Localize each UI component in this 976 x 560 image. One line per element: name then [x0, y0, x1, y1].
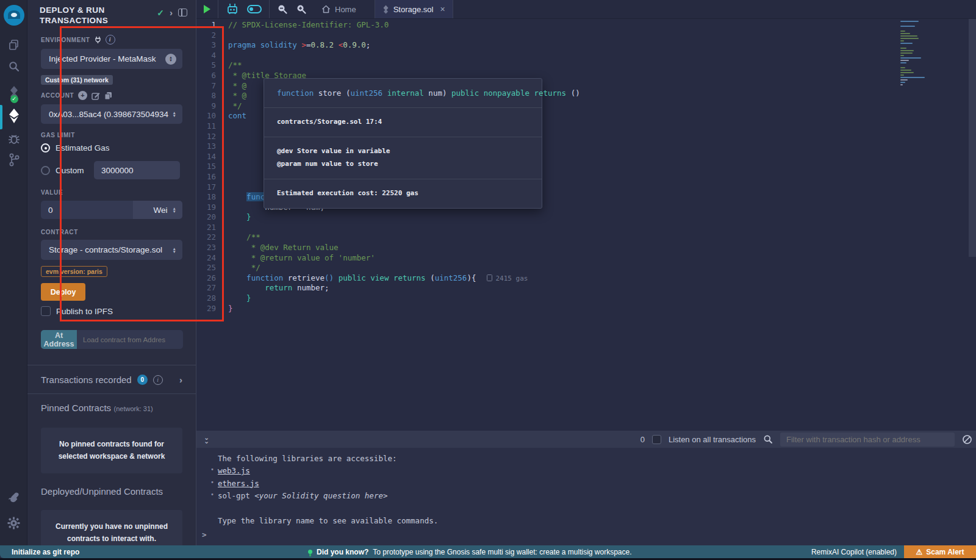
- tab-storage-sol[interactable]: Storage.sol ×: [375, 0, 453, 18]
- at-address-button[interactable]: At Address: [41, 330, 77, 349]
- transaction-filter-input[interactable]: [780, 433, 955, 447]
- code-line[interactable]: 22 /**: [196, 232, 976, 243]
- tab-home[interactable]: Home: [314, 0, 364, 18]
- transactions-expand-icon[interactable]: ›: [179, 375, 182, 385]
- plug-icon: [95, 36, 101, 43]
- code-editor[interactable]: 1// SPDX-License-Identifier: GPL-3.023pr…: [196, 19, 976, 431]
- scam-alert-button[interactable]: ⚠ Scam Alert: [904, 545, 976, 558]
- code-line[interactable]: 1// SPDX-License-Identifier: GPL-3.0: [196, 20, 976, 31]
- pinned-contracts-title: Pinned Contracts: [41, 403, 111, 413]
- unpinned-contracts-title: Deployed/Unpinned Contracts: [41, 486, 163, 497]
- search-icon[interactable]: [0, 59, 27, 74]
- git-init-button[interactable]: Initialize as git repo: [12, 548, 79, 556]
- run-script-icon[interactable]: [204, 5, 210, 13]
- environment-info-icon[interactable]: i: [106, 35, 115, 45]
- publish-ipfs-label: Publish to IPFS: [56, 307, 113, 316]
- environment-select[interactable]: Injected Provider - MetaMask ▲▼: [41, 49, 182, 69]
- remix-ide-window: ✓ DEPLOY & RUN TRANSACTIONS ✓ ›: [0, 0, 976, 560]
- plugin-manager-icon[interactable]: [0, 490, 27, 507]
- custom-gas-input[interactable]: [94, 161, 180, 179]
- ai-group: [218, 0, 270, 18]
- file-explorer-icon[interactable]: [0, 37, 27, 52]
- panel-check-icon: ✓: [157, 8, 164, 18]
- custom-gas-radio[interactable]: [41, 166, 50, 175]
- copy-address-icon[interactable]: [104, 92, 112, 100]
- close-tab-icon[interactable]: ×: [440, 4, 445, 14]
- activity-bar: ✓: [0, 0, 27, 545]
- transactions-recorded-label: Transactions recorded: [41, 375, 132, 385]
- editor-scrollbar[interactable]: [969, 19, 976, 257]
- estimated-gas-radio[interactable]: [41, 143, 50, 153]
- value-input[interactable]: [41, 201, 133, 219]
- clear-console-icon[interactable]: [962, 434, 972, 445]
- deploy-run-icon[interactable]: [0, 106, 27, 126]
- warning-icon: ⚠: [916, 548, 922, 556]
- code-line[interactable]: 25 */: [196, 263, 976, 273]
- home-icon: [321, 5, 331, 13]
- network-badge: Custom (31) network: [41, 75, 113, 85]
- estimated-gas-label: Estimated Gas: [56, 143, 110, 153]
- code-line[interactable]: 23 * @dev Return value: [196, 243, 976, 253]
- code-line[interactable]: 29}: [196, 304, 976, 314]
- edit-account-icon[interactable]: [92, 92, 100, 100]
- debugger-icon[interactable]: [0, 131, 27, 148]
- panel-forward-icon[interactable]: ›: [170, 7, 173, 18]
- select-carets-icon: ▲▼: [165, 54, 176, 65]
- account-select[interactable]: 0xA03...85ac4 (0.398673504934 ▲▼: [41, 104, 182, 124]
- code-line[interactable]: 2: [196, 31, 976, 41]
- tooltip-function-signature: function store (uint256 internal num) pu…: [264, 79, 542, 107]
- value-unit-select[interactable]: Wei ▲▼: [133, 201, 182, 219]
- panel-pin-icon[interactable]: [178, 9, 187, 16]
- settings-gear-icon[interactable]: [0, 514, 27, 531]
- terminal-prompt[interactable]: >: [202, 530, 207, 539]
- at-address-input[interactable]: [77, 330, 183, 349]
- contract-label: CONTRACT: [41, 229, 78, 235]
- status-bar: Initialize as git repo Did you know? To …: [0, 545, 976, 558]
- code-line[interactable]: 27 return number;: [196, 283, 976, 293]
- compile-success-badge: ✓: [10, 95, 18, 103]
- publish-ipfs-checkbox[interactable]: [41, 306, 51, 316]
- lightbulb-icon: [308, 550, 312, 554]
- environment-label: ENVIRONMENT: [41, 37, 90, 43]
- deploy-button[interactable]: Deploy: [41, 283, 85, 301]
- terminal-library-item: sol-gpt <your Solidity question here>: [218, 490, 976, 502]
- code-line[interactable]: 5/**: [196, 60, 976, 71]
- value-label: VALUE: [41, 189, 63, 196]
- ai-robot-icon[interactable]: [226, 3, 239, 15]
- pinned-network-subtitle: (network: 31): [114, 405, 153, 412]
- evm-version-badge: evm version: paris: [41, 266, 107, 277]
- contract-select[interactable]: Storage - contracts/Storage.sol ▲▼: [41, 240, 182, 260]
- remix-logo-icon[interactable]: [0, 4, 27, 27]
- terminal-library-item[interactable]: web3.js: [218, 465, 976, 477]
- copilot-toggle-icon[interactable]: [247, 5, 262, 13]
- transactions-count-badge: 0: [137, 375, 148, 385]
- terminal-library-item[interactable]: ethers.js: [218, 478, 976, 490]
- listen-all-transactions-checkbox[interactable]: [652, 435, 661, 444]
- code-line[interactable]: 26 function retrieve() public view retur…: [196, 273, 976, 284]
- code-line[interactable]: 21: [196, 223, 976, 233]
- code-line[interactable]: 4: [196, 51, 976, 61]
- run-script-group: [196, 0, 218, 18]
- panel-title: DEPLOY & RUN TRANSACTIONS: [40, 5, 143, 26]
- terminal-collapse-icon[interactable]: ⌄⌄: [204, 436, 208, 443]
- code-line[interactable]: 20 }: [196, 212, 976, 223]
- add-account-icon[interactable]: +: [78, 91, 87, 100]
- git-icon[interactable]: [0, 151, 27, 168]
- terminal-intro: The following libraries are accessible:: [218, 453, 976, 465]
- terminal-outro: Type the library name to see available c…: [218, 515, 976, 527]
- account-label: ACCOUNT: [41, 92, 74, 99]
- custom-gas-label: Custom: [56, 166, 88, 175]
- terminal[interactable]: The following libraries are accessible: …: [196, 448, 976, 545]
- code-line[interactable]: 24 * @return value of 'number': [196, 253, 976, 264]
- main-area: Home Storage.sol × 1// SPDX-License-Iden…: [196, 0, 976, 545]
- zoom-in-icon[interactable]: [296, 4, 307, 15]
- solidity-compiler-icon[interactable]: ✓: [0, 84, 27, 102]
- code-line[interactable]: 28 }: [196, 293, 976, 304]
- transactions-info-icon[interactable]: i: [153, 375, 163, 385]
- code-line[interactable]: 3pragma solidity >=0.8.2 <0.9.0;: [196, 40, 976, 51]
- editor-minimap[interactable]: [900, 21, 938, 87]
- tooltip-doc: @dev Store value in variable @param num …: [264, 137, 542, 179]
- copilot-status[interactable]: RemixAI Copilot (enabled): [811, 548, 897, 556]
- zoom-out-icon[interactable]: [277, 4, 288, 15]
- solidity-file-icon: [382, 5, 389, 14]
